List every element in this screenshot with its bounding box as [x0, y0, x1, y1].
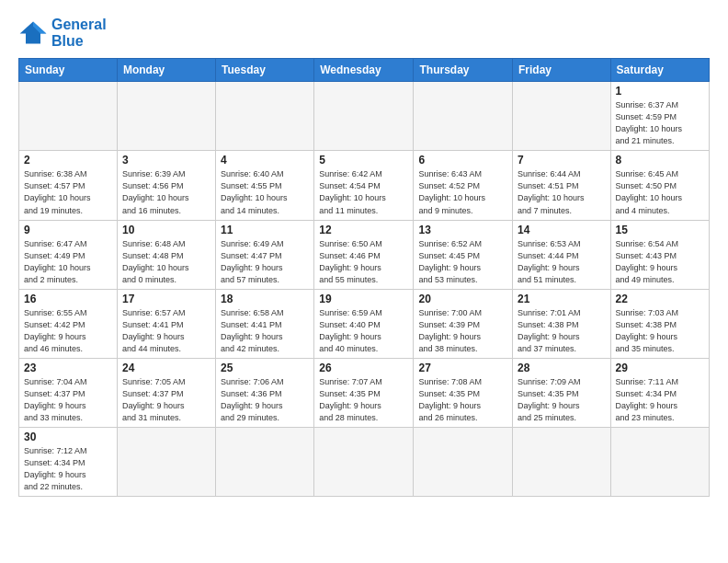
calendar-cell: 12Sunrise: 6:50 AM Sunset: 4:46 PM Dayli…: [314, 220, 414, 289]
calendar-cell: 19Sunrise: 6:59 AM Sunset: 4:40 PM Dayli…: [314, 289, 414, 358]
day-number: 6: [418, 154, 507, 167]
day-number: 23: [24, 362, 112, 374]
calendar-cell: [314, 428, 414, 497]
day-info: Sunrise: 7:12 AM Sunset: 4:34 PM Dayligh…: [24, 445, 112, 493]
day-number: 2: [24, 154, 112, 167]
day-number: 25: [221, 362, 309, 374]
calendar-cell: 4Sunrise: 6:40 AM Sunset: 4:55 PM Daylig…: [216, 151, 314, 220]
day-info: Sunrise: 6:45 AM Sunset: 4:50 PM Dayligh…: [616, 168, 704, 216]
calendar-cell: [117, 82, 215, 151]
calendar-cell: 24Sunrise: 7:05 AM Sunset: 4:37 PM Dayli…: [117, 358, 215, 427]
day-info: Sunrise: 6:54 AM Sunset: 4:43 PM Dayligh…: [616, 238, 704, 286]
calendar-cell: 8Sunrise: 6:45 AM Sunset: 4:50 PM Daylig…: [610, 151, 709, 220]
calendar-cell: [216, 428, 314, 497]
page: General Blue SundayMondayTuesdayWednesda…: [0, 0, 728, 563]
calendar-cell: [513, 428, 611, 497]
day-number: 28: [518, 362, 606, 374]
weekday-tuesday: Tuesday: [216, 59, 314, 82]
calendar-cell: 28Sunrise: 7:09 AM Sunset: 4:35 PM Dayli…: [513, 358, 611, 427]
day-number: 21: [518, 293, 606, 305]
calendar-week-3: 9Sunrise: 6:47 AM Sunset: 4:49 PM Daylig…: [19, 220, 710, 289]
calendar-cell: 10Sunrise: 6:48 AM Sunset: 4:48 PM Dayli…: [117, 220, 215, 289]
day-number: 3: [122, 154, 210, 167]
day-info: Sunrise: 6:37 AM Sunset: 4:59 PM Dayligh…: [616, 99, 704, 147]
calendar-cell: [610, 428, 709, 497]
calendar-cell: 21Sunrise: 7:01 AM Sunset: 4:38 PM Dayli…: [513, 289, 611, 358]
calendar-cell: 20Sunrise: 7:00 AM Sunset: 4:39 PM Dayli…: [414, 289, 513, 358]
calendar-cell: 11Sunrise: 6:49 AM Sunset: 4:47 PM Dayli…: [216, 220, 314, 289]
calendar-cell: 1Sunrise: 6:37 AM Sunset: 4:59 PM Daylig…: [610, 82, 709, 151]
day-info: Sunrise: 6:49 AM Sunset: 4:47 PM Dayligh…: [221, 238, 309, 286]
day-info: Sunrise: 6:57 AM Sunset: 4:41 PM Dayligh…: [122, 307, 210, 355]
calendar-cell: 22Sunrise: 7:03 AM Sunset: 4:38 PM Dayli…: [610, 289, 709, 358]
day-info: Sunrise: 6:59 AM Sunset: 4:40 PM Dayligh…: [319, 307, 408, 355]
day-info: Sunrise: 7:06 AM Sunset: 4:36 PM Dayligh…: [221, 376, 309, 424]
calendar-week-4: 16Sunrise: 6:55 AM Sunset: 4:42 PM Dayli…: [19, 289, 710, 358]
calendar-week-1: 1Sunrise: 6:37 AM Sunset: 4:59 PM Daylig…: [19, 82, 710, 151]
day-number: 12: [319, 224, 408, 236]
calendar-cell: 16Sunrise: 6:55 AM Sunset: 4:42 PM Dayli…: [19, 289, 118, 358]
calendar-cell: [19, 82, 118, 151]
day-info: Sunrise: 6:53 AM Sunset: 4:44 PM Dayligh…: [518, 238, 606, 286]
calendar-cell: 14Sunrise: 6:53 AM Sunset: 4:44 PM Dayli…: [513, 220, 611, 289]
calendar-cell: 7Sunrise: 6:44 AM Sunset: 4:51 PM Daylig…: [513, 151, 611, 220]
day-number: 11: [221, 224, 309, 236]
day-info: Sunrise: 7:05 AM Sunset: 4:37 PM Dayligh…: [122, 376, 210, 424]
day-number: 1: [616, 85, 704, 98]
calendar-cell: 18Sunrise: 6:58 AM Sunset: 4:41 PM Dayli…: [216, 289, 314, 358]
day-info: Sunrise: 6:55 AM Sunset: 4:42 PM Dayligh…: [24, 307, 112, 355]
logo: General Blue: [18, 17, 107, 49]
calendar-cell: 6Sunrise: 6:43 AM Sunset: 4:52 PM Daylig…: [414, 151, 513, 220]
day-number: 15: [616, 224, 704, 236]
day-number: 9: [24, 224, 112, 236]
calendar: SundayMondayTuesdayWednesdayThursdayFrid…: [18, 58, 710, 497]
day-info: Sunrise: 6:48 AM Sunset: 4:48 PM Dayligh…: [122, 238, 210, 286]
calendar-cell: 2Sunrise: 6:38 AM Sunset: 4:57 PM Daylig…: [19, 151, 118, 220]
day-number: 24: [122, 362, 210, 374]
day-info: Sunrise: 6:40 AM Sunset: 4:55 PM Dayligh…: [221, 168, 309, 216]
calendar-cell: 17Sunrise: 6:57 AM Sunset: 4:41 PM Dayli…: [117, 289, 215, 358]
day-number: 13: [418, 224, 507, 236]
logo-icon: [18, 20, 48, 46]
day-number: 18: [221, 293, 309, 305]
day-info: Sunrise: 7:01 AM Sunset: 4:38 PM Dayligh…: [518, 307, 606, 355]
day-info: Sunrise: 7:09 AM Sunset: 4:35 PM Dayligh…: [518, 376, 606, 424]
calendar-cell: [414, 82, 513, 151]
calendar-cell: 26Sunrise: 7:07 AM Sunset: 4:35 PM Dayli…: [314, 358, 414, 427]
day-info: Sunrise: 7:11 AM Sunset: 4:34 PM Dayligh…: [616, 376, 704, 424]
weekday-saturday: Saturday: [610, 59, 709, 82]
weekday-header-row: SundayMondayTuesdayWednesdayThursdayFrid…: [19, 59, 710, 82]
calendar-cell: [216, 82, 314, 151]
calendar-cell: 29Sunrise: 7:11 AM Sunset: 4:34 PM Dayli…: [610, 358, 709, 427]
day-info: Sunrise: 6:44 AM Sunset: 4:51 PM Dayligh…: [518, 168, 606, 216]
weekday-thursday: Thursday: [414, 59, 513, 82]
day-number: 29: [616, 362, 704, 374]
day-info: Sunrise: 6:39 AM Sunset: 4:56 PM Dayligh…: [122, 168, 210, 216]
calendar-cell: 9Sunrise: 6:47 AM Sunset: 4:49 PM Daylig…: [19, 220, 118, 289]
day-number: 20: [418, 293, 507, 305]
calendar-cell: 3Sunrise: 6:39 AM Sunset: 4:56 PM Daylig…: [117, 151, 215, 220]
day-info: Sunrise: 6:38 AM Sunset: 4:57 PM Dayligh…: [24, 168, 112, 216]
calendar-cell: 5Sunrise: 6:42 AM Sunset: 4:54 PM Daylig…: [314, 151, 414, 220]
day-number: 7: [518, 154, 606, 167]
calendar-cell: 27Sunrise: 7:08 AM Sunset: 4:35 PM Dayli…: [414, 358, 513, 427]
calendar-cell: 15Sunrise: 6:54 AM Sunset: 4:43 PM Dayli…: [610, 220, 709, 289]
calendar-cell: 13Sunrise: 6:52 AM Sunset: 4:45 PM Dayli…: [414, 220, 513, 289]
calendar-cell: [513, 82, 611, 151]
calendar-week-6: 30Sunrise: 7:12 AM Sunset: 4:34 PM Dayli…: [19, 428, 710, 497]
calendar-cell: 25Sunrise: 7:06 AM Sunset: 4:36 PM Dayli…: [216, 358, 314, 427]
calendar-week-5: 23Sunrise: 7:04 AM Sunset: 4:37 PM Dayli…: [19, 358, 710, 427]
logo-text: General Blue: [51, 17, 107, 49]
header: General Blue: [18, 17, 710, 49]
day-info: Sunrise: 7:04 AM Sunset: 4:37 PM Dayligh…: [24, 376, 112, 424]
weekday-sunday: Sunday: [19, 59, 118, 82]
day-number: 19: [319, 293, 408, 305]
day-info: Sunrise: 6:42 AM Sunset: 4:54 PM Dayligh…: [319, 168, 408, 216]
calendar-week-2: 2Sunrise: 6:38 AM Sunset: 4:57 PM Daylig…: [19, 151, 710, 220]
weekday-friday: Friday: [513, 59, 611, 82]
day-number: 22: [616, 293, 704, 305]
day-info: Sunrise: 7:07 AM Sunset: 4:35 PM Dayligh…: [319, 376, 408, 424]
day-number: 5: [319, 154, 408, 167]
day-number: 14: [518, 224, 606, 236]
day-number: 17: [122, 293, 210, 305]
